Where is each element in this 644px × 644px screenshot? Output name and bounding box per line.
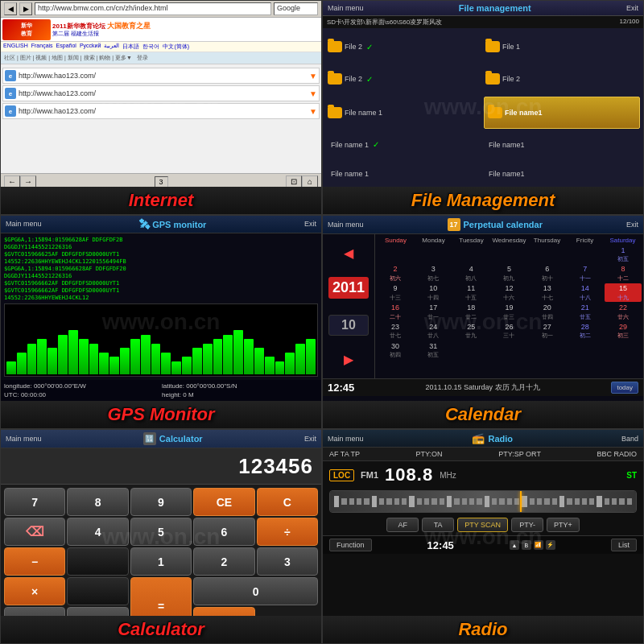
cal-day-item[interactable]: 24廿八 xyxy=(415,322,452,341)
cal-day-empty xyxy=(490,246,527,264)
cal-day-item[interactable]: 7十一 xyxy=(567,264,604,283)
cal-day-item[interactable]: 11十五 xyxy=(452,283,489,302)
radio-clock: 12:45 xyxy=(427,539,454,551)
fm-file-item[interactable]: File 2 xyxy=(484,64,640,94)
cal-day-item[interactable]: 27初一 xyxy=(529,322,566,341)
fm-file-item[interactable]: File 2 ✓ xyxy=(326,31,482,62)
radio-band-btn[interactable]: Band xyxy=(621,435,638,443)
nav-link-ru[interactable]: Pycckий xyxy=(80,43,101,51)
cal-day-item[interactable]: 9十三 xyxy=(377,283,414,302)
btn-2[interactable]: 2 xyxy=(193,547,254,576)
fm-file-name: File name 1 xyxy=(331,141,369,149)
cal-day-item[interactable]: 5初九 xyxy=(490,264,527,283)
btn-minus[interactable]: − xyxy=(4,547,65,576)
cal-day-item[interactable]: 10十四 xyxy=(415,283,452,302)
cal-day-item[interactable]: 16二十 xyxy=(377,303,414,321)
gps-exit-btn[interactable]: Exit xyxy=(304,220,316,228)
fm-file-item[interactable]: File name 1 xyxy=(326,97,482,129)
btn-9[interactable]: 9 xyxy=(130,488,192,516)
forward-button[interactable]: ▶ xyxy=(19,2,32,15)
nav-link-es[interactable]: Español xyxy=(56,43,76,51)
fm-menu-link[interactable]: Main menu xyxy=(328,4,364,12)
radio-btn-af[interactable]: AF xyxy=(386,518,419,532)
cal-day-item[interactable]: 8十二 xyxy=(605,264,642,283)
cal-day-item[interactable]: 25廿九 xyxy=(452,322,489,341)
btn-1[interactable]: 1 xyxy=(130,547,192,576)
back-button[interactable]: ◀ xyxy=(4,2,17,15)
radio-btn-pty-minus[interactable]: PTY- xyxy=(511,518,543,532)
url-bar[interactable]: http://www.bmw.com.cn/cn/zh/index.html xyxy=(35,2,271,15)
cal-arrow-up[interactable]: ◀ xyxy=(344,246,353,261)
radio-btn-pty-scan[interactable]: PTY SCAN xyxy=(457,518,508,532)
cal-footer-time: 12:45 xyxy=(328,382,354,394)
fm-file-item[interactable]: File name1 xyxy=(484,160,640,188)
cal-day-item[interactable]: 13十七 xyxy=(529,283,566,302)
cal-day-item[interactable]: 15十九 xyxy=(605,283,642,302)
search-bar[interactable]: Google xyxy=(274,2,318,15)
fm-file-item[interactable]: File 2 ✓ xyxy=(326,64,482,94)
btn-c[interactable]: C xyxy=(257,488,318,516)
fm-file-item fm-selected[interactable]: File name1 xyxy=(484,97,640,129)
btn-multiply[interactable]: × xyxy=(4,577,65,605)
radio-tuner[interactable] xyxy=(329,490,637,513)
cal-day-item[interactable]: 17廿一 xyxy=(415,303,452,321)
btn-6[interactable]: 6 xyxy=(193,518,254,546)
cal-day-item[interactable]: 22廿六 xyxy=(605,303,642,321)
cal-day-item[interactable]: 4初八 xyxy=(452,264,489,283)
cal-menu-link[interactable]: Main menu xyxy=(328,221,364,229)
radio-btn-ta[interactable]: TA xyxy=(422,518,454,532)
cal-day-item[interactable]: 12十六 xyxy=(490,283,527,302)
cal-day-item[interactable]: 18廿二 xyxy=(452,303,489,321)
fm-exit-btn[interactable]: Exit xyxy=(626,4,638,12)
cal-day-item[interactable]: 20廿四 xyxy=(529,303,566,321)
radio-btn-pty-plus[interactable]: PTY+ xyxy=(547,518,580,532)
ie-row-arrow: ▼ xyxy=(309,107,317,116)
gps-bar xyxy=(213,339,223,374)
cal-day-item[interactable]: 26三十 xyxy=(490,322,527,341)
btn-ce[interactable]: CE xyxy=(193,488,254,516)
btn-5[interactable]: 5 xyxy=(130,518,192,546)
nav-link-english[interactable]: ENGLISH xyxy=(3,43,28,51)
cal-day-item[interactable]: 28初二 xyxy=(567,322,604,341)
nav-link-kr[interactable]: 한국어 xyxy=(142,43,159,51)
fm-file-item[interactable]: File 1 xyxy=(484,31,640,62)
cal-day-item[interactable]: 6初十 xyxy=(529,264,566,283)
fm-file-item[interactable]: File name1 xyxy=(484,130,640,159)
fm-title: File management xyxy=(459,3,531,13)
cal-exit-btn[interactable]: Exit xyxy=(626,221,638,229)
cal-day-item[interactable]: 31初五 xyxy=(415,341,452,360)
gps-menu-link[interactable]: Main menu xyxy=(6,220,42,228)
btn-7[interactable]: 7 xyxy=(4,488,65,516)
radio-list-btn[interactable]: List xyxy=(611,539,637,551)
calc-menu-link[interactable]: Main menu xyxy=(6,435,42,443)
nav-link-jp[interactable]: 日本語 xyxy=(122,43,139,51)
btn-3[interactable]: 3 xyxy=(257,547,318,576)
nav-link-zh[interactable]: 中文(简体) xyxy=(163,43,189,51)
cal-day-item[interactable]: 29初三 xyxy=(605,322,642,341)
cal-day-item[interactable]: 21廿五 xyxy=(567,303,604,321)
fm-file-item[interactable]: File name 1 ✓ xyxy=(326,130,482,159)
cal-day-item[interactable]: 1初五 xyxy=(605,246,642,264)
btn-8[interactable]: 8 xyxy=(67,488,128,516)
fm-file-item[interactable]: File name 1 xyxy=(326,160,482,188)
ie-row[interactable]: e http://www.hao123.com/ ▼ xyxy=(2,103,320,119)
btn-0[interactable]: 0 xyxy=(193,577,318,605)
radio-func-btn[interactable]: Function xyxy=(329,539,372,551)
btn-divide[interactable]: ÷ xyxy=(257,518,318,546)
ie-row[interactable]: e http://www.hao123.com/ ▼ xyxy=(2,68,320,84)
cal-arrow-down[interactable]: ▶ xyxy=(344,352,353,367)
cal-today-btn[interactable]: today xyxy=(611,382,638,394)
ie-row[interactable]: e http://www.hao123.com/ ▼ xyxy=(2,85,320,101)
cal-day-item[interactable]: 2初六 xyxy=(377,264,414,283)
cal-day-item[interactable]: 14十八 xyxy=(567,283,604,302)
cal-day-item[interactable]: 23廿七 xyxy=(377,322,414,341)
radio-menu-link[interactable]: Main menu xyxy=(328,435,364,443)
btn-4[interactable]: 4 xyxy=(67,518,128,546)
cal-day-item[interactable]: 30初四 xyxy=(377,341,414,360)
btn-backspace[interactable]: ⌫ xyxy=(4,518,65,546)
nav-link-ar[interactable]: العربية xyxy=(104,43,119,51)
nav-link-fr[interactable]: Français xyxy=(31,43,53,51)
cal-day-item[interactable]: 3初七 xyxy=(415,264,452,283)
cal-day-item[interactable]: 19廿三 xyxy=(490,303,527,321)
calc-exit-btn[interactable]: Exit xyxy=(304,435,316,443)
